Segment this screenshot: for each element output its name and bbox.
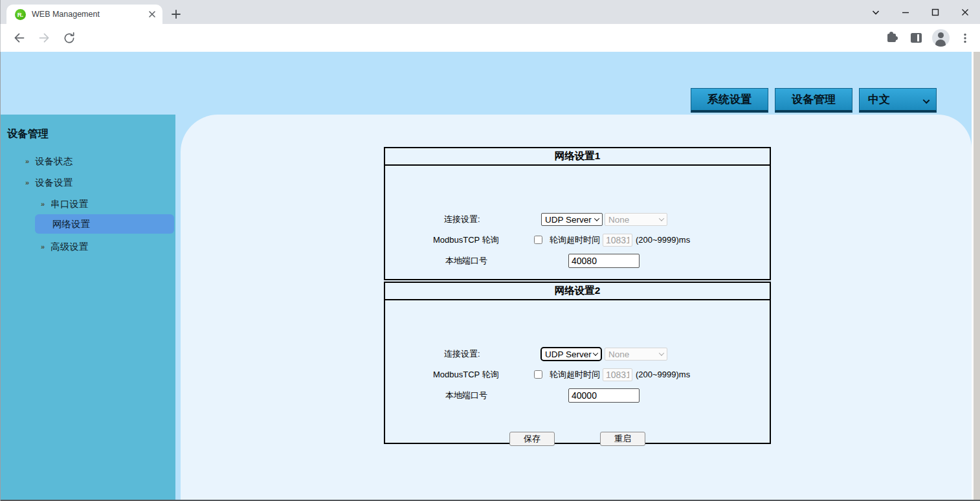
local-port-input[interactable] — [568, 254, 640, 268]
local-port-label: 本地端口号 — [445, 388, 487, 403]
connect-mode-select[interactable]: UDP Server — [541, 213, 603, 226]
system-settings-button[interactable]: 系统设置 — [691, 88, 768, 113]
browser-toolbar: ! 不安全 192.168.0.148/html/DeviceSet.html — [0, 24, 980, 52]
side-panel-icon[interactable] — [906, 28, 926, 48]
sidebar-item-label: 高级设置 — [50, 241, 88, 253]
connect-mode-select[interactable]: UDP Server — [540, 347, 602, 361]
timeout-range-hint: (200~9999)ms — [636, 368, 690, 382]
local-port-label: 本地端口号 — [445, 254, 487, 268]
sidebar: 设备管理 » 设备状态 » 设备设置 » 串口设置 网络设置 » 高级设置 — [1, 115, 175, 501]
panel-title: 网络设置1 — [385, 148, 770, 166]
menu-kebab-icon[interactable] — [955, 28, 975, 48]
language-select[interactable]: 中文 — [859, 88, 937, 113]
browser-tab[interactable]: R. WEB Management — [6, 5, 162, 24]
tab-search-icon[interactable] — [861, 0, 891, 24]
sidebar-item-network-settings-selected[interactable]: 网络设置 — [35, 214, 174, 234]
connect-setting-label: 连接设置: — [444, 347, 480, 361]
maximize-icon[interactable] — [920, 0, 950, 24]
network-settings-panel-1: 网络设置1 连接设置: UDP Server None ModbusTCP 轮询… — [384, 147, 771, 280]
arrow-bullet-icon: » — [41, 200, 45, 208]
modbus-poll-label: ModbusTCP 轮询 — [433, 233, 499, 247]
minimize-icon[interactable] — [891, 0, 920, 24]
sidebar-title: 设备管理 — [7, 128, 49, 141]
device-management-button[interactable]: 设备管理 — [775, 88, 852, 113]
poll-timeout-label: 轮询超时时间 — [550, 368, 600, 382]
forward-icon[interactable] — [35, 29, 53, 47]
main-content-area: 网络设置1 连接设置: UDP Server None ModbusTCP 轮询… — [181, 115, 972, 501]
tab-title: WEB Management — [32, 10, 147, 19]
local-port-input[interactable] — [568, 388, 640, 403]
window-controls — [861, 0, 980, 24]
connect-secondary-select: None — [605, 348, 667, 361]
new-tab-icon[interactable] — [168, 6, 184, 23]
arrow-bullet-icon: » — [25, 157, 29, 165]
chevron-down-icon — [923, 97, 930, 104]
chevron-down-icon — [594, 216, 599, 221]
poll-timeout-input — [603, 234, 632, 247]
poll-timeout-input — [603, 368, 632, 381]
restart-button[interactable]: 重启 — [600, 432, 645, 446]
modbus-poll-label: ModbusTCP 轮询 — [433, 368, 499, 382]
close-window-icon[interactable] — [950, 0, 980, 24]
sidebar-item-advanced-settings[interactable]: » 高级设置 — [41, 240, 88, 253]
chevron-down-icon — [659, 216, 664, 221]
chevron-down-icon — [659, 350, 664, 355]
tab-close-icon[interactable] — [147, 9, 157, 19]
modbus-poll-checkbox[interactable] — [534, 370, 542, 379]
sidebar-item-device-status[interactable]: » 设备状态 — [25, 155, 72, 168]
site-favicon: R. — [15, 9, 26, 20]
sidebar-item-device-settings[interactable]: » 设备设置 — [25, 176, 72, 189]
page-scrollbar[interactable] — [972, 52, 980, 501]
connect-secondary-select: None — [605, 213, 667, 226]
sidebar-item-label: 串口设置 — [50, 198, 88, 210]
panel-title: 网络设置2 — [385, 283, 770, 300]
modbus-poll-checkbox[interactable] — [534, 236, 542, 244]
timeout-range-hint: (200~9999)ms — [636, 233, 690, 247]
refresh-icon[interactable] — [60, 29, 78, 47]
profile-avatar[interactable] — [931, 28, 950, 48]
chevron-down-icon — [593, 350, 598, 355]
sidebar-item-serial-settings[interactable]: » 串口设置 — [41, 197, 88, 210]
back-icon[interactable] — [10, 29, 28, 47]
save-button[interactable]: 保存 — [509, 432, 555, 446]
poll-timeout-label: 轮询超时时间 — [550, 233, 600, 247]
browser-titlebar: R. WEB Management — [0, 0, 980, 24]
page-background: 网络设置1 连接设置: UDP Server None ModbusTCP 轮询… — [0, 52, 980, 501]
extensions-icon[interactable] — [882, 28, 901, 48]
arrow-bullet-icon: » — [41, 243, 45, 251]
network-settings-panel-2: 网络设置2 连接设置: UDP Server None ModbusTCP 轮询… — [384, 282, 771, 444]
sidebar-item-label: 设备状态 — [35, 155, 72, 168]
connect-setting-label: 连接设置: — [444, 212, 480, 227]
arrow-bullet-icon: » — [25, 179, 29, 186]
sidebar-item-label: 网络设置 — [52, 218, 90, 230]
sidebar-item-label: 设备设置 — [35, 177, 72, 189]
